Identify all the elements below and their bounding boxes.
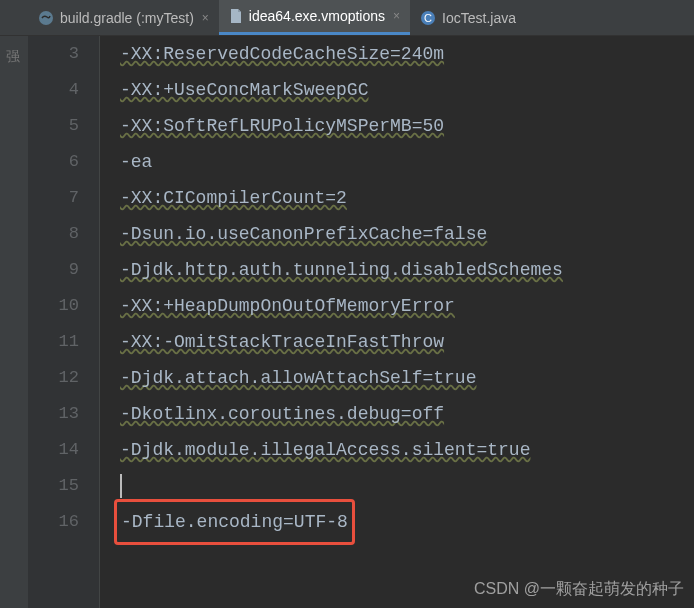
svg-point-0 — [39, 11, 53, 25]
line-number: 11 — [28, 324, 79, 360]
line-number: 13 — [28, 396, 79, 432]
file-icon — [229, 8, 243, 24]
editor: 强 3 4 5 6 7 8 9 10 11 12 13 14 15 16 -XX… — [0, 36, 694, 608]
tab-label: IocTest.java — [442, 10, 516, 26]
sidebar-marker: 强 — [6, 48, 20, 66]
code-line: -Dkotlinx.coroutines.debug=off — [120, 396, 694, 432]
highlighted-line: -Dfile.encoding=UTF-8 — [114, 499, 355, 545]
tab-build-gradle[interactable]: build.gradle (:myTest) × — [28, 0, 219, 35]
line-number: 9 — [28, 252, 79, 288]
line-number: 5 — [28, 108, 79, 144]
code-line: -Djdk.http.auth.tunneling.disabledScheme… — [120, 252, 694, 288]
code-line: -XX:+UseConcMarkSweepGC — [120, 72, 694, 108]
tab-vmoptions[interactable]: idea64.exe.vmoptions × — [219, 0, 410, 35]
line-number: 6 — [28, 144, 79, 180]
close-icon[interactable]: × — [393, 9, 400, 23]
code-line: -ea — [120, 144, 694, 180]
code-line: -XX:SoftRefLRUPolicyMSPerMB=50 — [120, 108, 694, 144]
line-number: 15 — [28, 468, 79, 504]
code-line: -Djdk.attach.allowAttachSelf=true — [120, 360, 694, 396]
gradle-icon — [38, 10, 54, 26]
code-line: -Djdk.module.illegalAccess.silent=true — [120, 432, 694, 468]
editor-tabs: build.gradle (:myTest) × idea64.exe.vmop… — [0, 0, 694, 36]
left-margin: 强 — [0, 36, 28, 608]
code-line: -XX:-OmitStackTraceInFastThrow — [120, 324, 694, 360]
line-number: 14 — [28, 432, 79, 468]
tab-label: idea64.exe.vmoptions — [249, 8, 385, 24]
text-cursor — [120, 474, 122, 498]
line-number: 8 — [28, 216, 79, 252]
code-content[interactable]: -XX:ReservedCodeCacheSize=240m -XX:+UseC… — [100, 36, 694, 608]
code-line: -XX:+HeapDumpOnOutOfMemoryError — [120, 288, 694, 324]
code-line: -Dfile.encoding=UTF-8 — [120, 504, 694, 540]
line-number: 10 — [28, 288, 79, 324]
code-line: -XX:CICompilerCount=2 — [120, 180, 694, 216]
tab-ioctest[interactable]: C IocTest.java — [410, 0, 526, 35]
line-number: 7 — [28, 180, 79, 216]
close-icon[interactable]: × — [202, 11, 209, 25]
line-number: 16 — [28, 504, 79, 540]
code-line: -XX:ReservedCodeCacheSize=240m — [120, 36, 694, 72]
line-number: 12 — [28, 360, 79, 396]
line-number: 3 — [28, 36, 79, 72]
code-line: -Dsun.io.useCanonPrefixCache=false — [120, 216, 694, 252]
tab-label: build.gradle (:myTest) — [60, 10, 194, 26]
line-number: 4 — [28, 72, 79, 108]
class-icon: C — [420, 10, 436, 26]
svg-text:C: C — [424, 12, 432, 24]
line-gutter: 3 4 5 6 7 8 9 10 11 12 13 14 15 16 — [28, 36, 100, 608]
